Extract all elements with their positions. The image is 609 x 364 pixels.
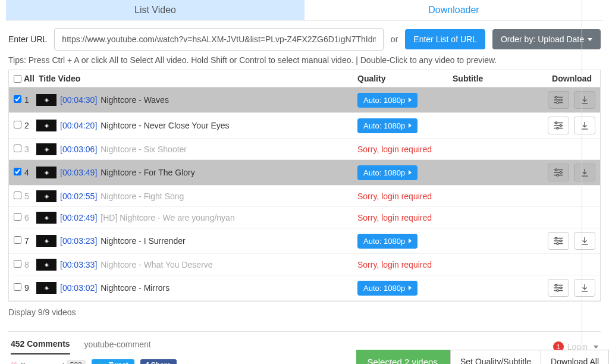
table-row[interactable]: 9◈[00:03:02]Nightcore - MirrorsAuto: 108…	[9, 275, 600, 301]
thumbnail: ◈	[36, 282, 56, 294]
thumbnail: ◈	[36, 259, 56, 271]
row-checkbox[interactable]	[14, 283, 21, 291]
settings-button[interactable]	[548, 117, 569, 134]
video-table: All Title Video Quality Subtitle Downloa…	[8, 70, 601, 302]
selection-bar: Selected 2 videos. Set Quality/Subtitle …	[356, 350, 609, 364]
table-row[interactable]: 7◈[00:03:23]Nightcore - I SurrenderAuto:…	[9, 228, 600, 254]
duration: [00:03:06]	[60, 145, 97, 154]
settings-button[interactable]	[548, 164, 569, 181]
video-title: Nightcore - Waves	[101, 95, 169, 105]
tab-youtube-comment[interactable]: youtube-comment	[84, 340, 151, 354]
quality-button[interactable]: Auto: 1080p	[357, 165, 417, 180]
tab-comments[interactable]: 452 Comments	[11, 339, 70, 354]
svg-point-16	[560, 172, 561, 174]
table-row[interactable]: 2◈[00:04:20]Nightcore - Never Close Your…	[9, 113, 600, 139]
tab-list-video[interactable]: List Video	[6, 0, 304, 20]
header-all: All	[24, 74, 34, 83]
order-by-button[interactable]: Order by: Upload Date	[492, 29, 601, 49]
row-checkbox[interactable]	[14, 213, 21, 221]
tweet-button[interactable]: 🐦 Tweet	[92, 359, 134, 364]
sliders-icon	[553, 168, 564, 177]
download-button[interactable]	[574, 117, 595, 134]
row-checkbox[interactable]	[14, 145, 21, 152]
login-required-text: Sorry, login required	[357, 260, 432, 269]
quality-button[interactable]: Auto: 1080p	[357, 118, 417, 133]
heart-icon: ♡	[11, 361, 18, 365]
svg-point-21	[555, 237, 557, 239]
chevron-down-icon	[594, 346, 598, 349]
svg-point-27	[555, 284, 557, 286]
download-button[interactable]	[574, 164, 595, 181]
facebook-icon: f	[146, 361, 149, 364]
thumbnail: ◈	[36, 167, 56, 178]
download-all-button[interactable]: Download All	[541, 350, 609, 364]
duration: [00:03:33]	[60, 260, 97, 269]
login-required-text: Sorry, login required	[357, 145, 432, 154]
row-index: 7	[24, 236, 34, 246]
enter-url-label: Enter URL	[8, 34, 47, 44]
duration: [00:02:49]	[60, 213, 97, 222]
table-row[interactable]: 1◈[00:04:30]Nightcore - WavesAuto: 1080p	[9, 87, 600, 113]
svg-point-22	[560, 240, 561, 242]
video-title: Nightcore - Six Shooter	[101, 145, 187, 154]
video-title: Nightcore - Fight Song	[101, 192, 184, 201]
chevron-right-icon	[409, 285, 412, 290]
row-checkbox[interactable]	[14, 236, 21, 244]
recommend-label: Recommend	[20, 361, 64, 365]
settings-button[interactable]	[548, 232, 569, 250]
order-by-label: Order by: Upload Date	[501, 34, 584, 44]
chevron-right-icon	[409, 123, 412, 128]
set-quality-subtitle-button[interactable]: Set Quality/Subtitle	[450, 350, 541, 364]
row-index: 9	[24, 283, 34, 293]
svg-point-4	[560, 99, 561, 101]
settings-button[interactable]	[548, 91, 569, 109]
video-title: Nightcore - Never Close Your Eyes	[101, 121, 229, 130]
header-download: Download	[536, 74, 595, 83]
table-row[interactable]: 4◈[00:03:49]Nightcore - For The GloryAut…	[9, 160, 600, 186]
row-index: 4	[24, 168, 34, 177]
row-checkbox[interactable]	[14, 168, 21, 175]
chevron-right-icon	[409, 239, 412, 243]
row-checkbox[interactable]	[14, 121, 21, 128]
quality-label: Auto: 1080p	[363, 237, 405, 246]
share-label: Share	[151, 361, 171, 364]
quality-button[interactable]: Auto: 1080p	[357, 93, 417, 108]
svg-point-17	[557, 174, 558, 176]
svg-point-3	[555, 96, 557, 98]
quality-button[interactable]: Auto: 1080p	[357, 234, 417, 249]
download-button[interactable]	[574, 279, 595, 297]
table-row[interactable]: 8◈[00:03:33]Nightcore - What You Deserve…	[9, 254, 600, 275]
download-button[interactable]	[574, 91, 595, 109]
display-count: Display 9/9 videos	[8, 307, 601, 317]
sliders-icon	[553, 237, 564, 245]
url-input[interactable]	[54, 28, 384, 51]
fb-share-button[interactable]: f Share	[140, 359, 177, 364]
row-checkbox[interactable]	[14, 260, 21, 268]
table-row[interactable]: 3◈[00:03:06]Nightcore - Six ShooterSorry…	[9, 139, 600, 160]
video-title: Nightcore - Mirrors	[101, 283, 169, 293]
row-index: 3	[24, 145, 34, 154]
row-checkbox[interactable]	[14, 192, 21, 199]
settings-button[interactable]	[548, 279, 569, 297]
tab-downloader[interactable]: Downloader	[304, 0, 603, 20]
row-index: 5	[24, 192, 34, 201]
quality-label: Auto: 1080p	[363, 96, 405, 105]
duration: [00:04:20]	[60, 121, 97, 130]
quality-button[interactable]: Auto: 1080p	[357, 281, 417, 296]
quality-label: Auto: 1080p	[363, 284, 405, 293]
table-row[interactable]: 5◈[00:02:55]Nightcore - Fight SongSorry,…	[9, 186, 600, 207]
tweet-label: Tweet	[109, 361, 128, 364]
login-required-text: Sorry, login required	[357, 192, 432, 201]
duration: [00:03:02]	[60, 283, 97, 293]
recommend-button[interactable]: ♡ Recommend 502	[11, 360, 86, 364]
table-row[interactable]: 6◈[00:02:49][HD] Nightcore - We are youn…	[9, 207, 600, 228]
duration: [00:02:55]	[60, 192, 97, 201]
thumbnail: ◈	[36, 190, 56, 202]
select-all-checkbox[interactable]	[14, 75, 21, 83]
enter-list-of-url-button[interactable]: Enter List of URL	[405, 29, 485, 49]
row-checkbox[interactable]	[14, 95, 21, 103]
video-title: [HD] Nightcore - We are young/nyan	[101, 213, 234, 222]
thumbnail: ◈	[36, 94, 56, 106]
thumbnail: ◈	[36, 235, 56, 247]
download-button[interactable]	[574, 232, 595, 250]
